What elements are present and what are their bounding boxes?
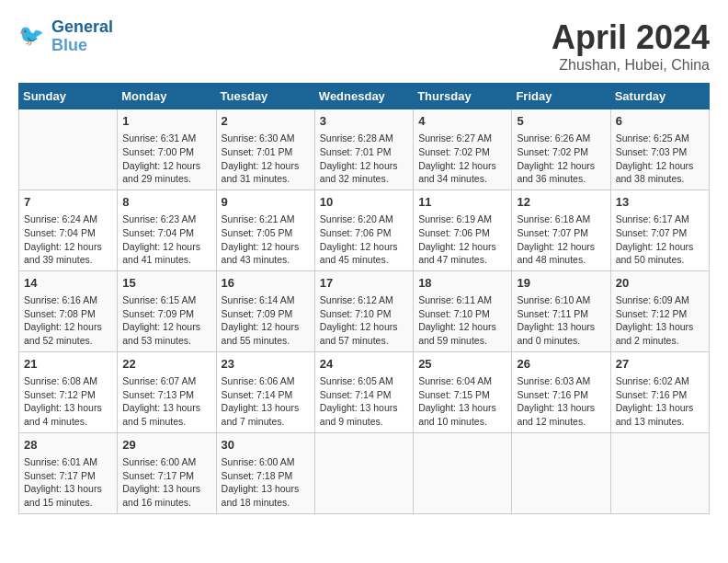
day-info: Sunrise: 6:30 AM Sunset: 7:01 PM Dayligh…: [222, 132, 310, 186]
calendar-day-cell: 7Sunrise: 6:24 AM Sunset: 7:04 PM Daylig…: [19, 190, 118, 270]
day-info: Sunrise: 6:03 AM Sunset: 7:16 PM Dayligh…: [517, 374, 605, 429]
day-number: 23: [222, 356, 310, 373]
calendar-day-cell: 27Sunrise: 6:02 AM Sunset: 7:16 PM Dayli…: [610, 351, 709, 432]
day-number: 1: [122, 113, 210, 130]
day-number: 7: [24, 194, 112, 211]
calendar-week-row: 1Sunrise: 6:31 AM Sunset: 7:00 PM Daylig…: [19, 109, 710, 190]
logo: 🐦 General Blue: [18, 18, 113, 55]
calendar-day-cell: 4Sunrise: 6:27 AM Sunset: 7:02 PM Daylig…: [414, 109, 512, 190]
calendar-day-cell: 9Sunrise: 6:21 AM Sunset: 7:05 PM Daylig…: [216, 190, 314, 270]
calendar-week-row: 28Sunrise: 6:01 AM Sunset: 7:17 PM Dayli…: [19, 432, 710, 513]
day-number: 19: [517, 275, 605, 292]
day-number: 22: [122, 356, 210, 373]
day-info: Sunrise: 6:27 AM Sunset: 7:02 PM Dayligh…: [418, 132, 506, 186]
svg-text:🐦: 🐦: [18, 23, 44, 48]
day-number: 15: [122, 275, 210, 292]
month-title: April 2024: [552, 18, 710, 57]
day-info: Sunrise: 6:00 AM Sunset: 7:17 PM Dayligh…: [122, 455, 210, 510]
calendar-day-cell: 13Sunrise: 6:17 AM Sunset: 7:07 PM Dayli…: [610, 190, 709, 270]
day-number: 25: [418, 356, 506, 373]
day-info: Sunrise: 6:21 AM Sunset: 7:05 PM Dayligh…: [222, 213, 310, 267]
calendar-day-cell: 3Sunrise: 6:28 AM Sunset: 7:01 PM Daylig…: [314, 109, 413, 190]
day-number: 3: [320, 113, 408, 130]
calendar-table: SundayMondayTuesdayWednesdayThursdayFrid…: [18, 83, 710, 514]
calendar-day-cell: 17Sunrise: 6:12 AM Sunset: 7:10 PM Dayli…: [314, 270, 413, 351]
calendar-day-cell: 8Sunrise: 6:23 AM Sunset: 7:04 PM Daylig…: [118, 190, 216, 270]
day-info: Sunrise: 6:31 AM Sunset: 7:00 PM Dayligh…: [122, 132, 210, 186]
weekday-header: Sunday: [19, 84, 118, 109]
day-number: 12: [517, 194, 605, 211]
calendar-week-row: 14Sunrise: 6:16 AM Sunset: 7:08 PM Dayli…: [19, 270, 710, 351]
calendar-day-cell: 24Sunrise: 6:05 AM Sunset: 7:14 PM Dayli…: [314, 351, 413, 432]
day-number: 4: [418, 113, 506, 130]
day-info: Sunrise: 6:00 AM Sunset: 7:18 PM Dayligh…: [222, 455, 310, 510]
day-number: 28: [24, 437, 112, 454]
weekday-header: Saturday: [610, 84, 709, 109]
day-info: Sunrise: 6:02 AM Sunset: 7:16 PM Dayligh…: [616, 374, 704, 429]
day-info: Sunrise: 6:23 AM Sunset: 7:04 PM Dayligh…: [122, 213, 210, 267]
calendar-day-cell: [512, 432, 610, 513]
day-info: Sunrise: 6:18 AM Sunset: 7:07 PM Dayligh…: [517, 213, 605, 267]
calendar-day-cell: 20Sunrise: 6:09 AM Sunset: 7:12 PM Dayli…: [610, 270, 709, 351]
weekday-header: Friday: [512, 84, 610, 109]
day-info: Sunrise: 6:07 AM Sunset: 7:13 PM Dayligh…: [122, 374, 210, 429]
calendar-week-row: 7Sunrise: 6:24 AM Sunset: 7:04 PM Daylig…: [19, 190, 710, 270]
day-info: Sunrise: 6:12 AM Sunset: 7:10 PM Dayligh…: [320, 293, 408, 348]
day-number: 27: [616, 356, 704, 373]
day-info: Sunrise: 6:08 AM Sunset: 7:12 PM Dayligh…: [24, 374, 112, 429]
day-info: Sunrise: 6:01 AM Sunset: 7:17 PM Dayligh…: [24, 455, 112, 510]
calendar-week-row: 21Sunrise: 6:08 AM Sunset: 7:12 PM Dayli…: [19, 351, 710, 432]
calendar-day-cell: 28Sunrise: 6:01 AM Sunset: 7:17 PM Dayli…: [19, 432, 118, 513]
day-info: Sunrise: 6:24 AM Sunset: 7:04 PM Dayligh…: [24, 213, 112, 267]
weekday-header: Wednesday: [314, 84, 413, 109]
day-number: 9: [222, 194, 310, 211]
day-info: Sunrise: 6:16 AM Sunset: 7:08 PM Dayligh…: [24, 293, 112, 348]
day-info: Sunrise: 6:04 AM Sunset: 7:15 PM Dayligh…: [418, 374, 506, 429]
calendar-day-cell: 26Sunrise: 6:03 AM Sunset: 7:16 PM Dayli…: [512, 351, 610, 432]
calendar-day-cell: 29Sunrise: 6:00 AM Sunset: 7:17 PM Dayli…: [118, 432, 216, 513]
title-area: April 2024 Zhushan, Hubei, China: [552, 18, 710, 74]
day-number: 13: [616, 194, 704, 211]
day-number: 18: [418, 275, 506, 292]
day-info: Sunrise: 6:28 AM Sunset: 7:01 PM Dayligh…: [320, 132, 408, 186]
day-number: 24: [320, 356, 408, 373]
day-info: Sunrise: 6:10 AM Sunset: 7:11 PM Dayligh…: [517, 293, 605, 348]
day-info: Sunrise: 6:15 AM Sunset: 7:09 PM Dayligh…: [122, 293, 210, 348]
logo-icon: 🐦: [18, 22, 48, 52]
day-info: Sunrise: 6:19 AM Sunset: 7:06 PM Dayligh…: [418, 213, 506, 267]
day-number: 6: [616, 113, 704, 130]
calendar-day-cell: 15Sunrise: 6:15 AM Sunset: 7:09 PM Dayli…: [118, 270, 216, 351]
calendar-day-cell: 22Sunrise: 6:07 AM Sunset: 7:13 PM Dayli…: [118, 351, 216, 432]
day-info: Sunrise: 6:20 AM Sunset: 7:06 PM Dayligh…: [320, 213, 408, 267]
calendar-day-cell: 21Sunrise: 6:08 AM Sunset: 7:12 PM Dayli…: [19, 351, 118, 432]
day-number: 30: [222, 437, 310, 454]
day-info: Sunrise: 6:14 AM Sunset: 7:09 PM Dayligh…: [222, 293, 310, 348]
day-number: 29: [122, 437, 210, 454]
day-number: 21: [24, 356, 112, 373]
calendar-day-cell: 18Sunrise: 6:11 AM Sunset: 7:10 PM Dayli…: [414, 270, 512, 351]
weekday-header: Thursday: [414, 84, 512, 109]
day-number: 20: [616, 275, 704, 292]
day-number: 14: [24, 275, 112, 292]
day-info: Sunrise: 6:09 AM Sunset: 7:12 PM Dayligh…: [616, 293, 704, 348]
day-info: Sunrise: 6:26 AM Sunset: 7:02 PM Dayligh…: [517, 132, 605, 186]
day-number: 2: [222, 113, 310, 130]
day-info: Sunrise: 6:11 AM Sunset: 7:10 PM Dayligh…: [418, 293, 506, 348]
calendar-day-cell: 19Sunrise: 6:10 AM Sunset: 7:11 PM Dayli…: [512, 270, 610, 351]
page-header: 🐦 General Blue April 2024 Zhushan, Hubei…: [18, 18, 710, 74]
calendar-day-cell: [610, 432, 709, 513]
calendar-day-cell: 11Sunrise: 6:19 AM Sunset: 7:06 PM Dayli…: [414, 190, 512, 270]
calendar-day-cell: 23Sunrise: 6:06 AM Sunset: 7:14 PM Dayli…: [216, 351, 314, 432]
calendar-day-cell: 30Sunrise: 6:00 AM Sunset: 7:18 PM Dayli…: [216, 432, 314, 513]
day-number: 8: [122, 194, 210, 211]
calendar-day-cell: [314, 432, 413, 513]
calendar-day-cell: [414, 432, 512, 513]
day-number: 17: [320, 275, 408, 292]
calendar-day-cell: 5Sunrise: 6:26 AM Sunset: 7:02 PM Daylig…: [512, 109, 610, 190]
calendar-day-cell: 12Sunrise: 6:18 AM Sunset: 7:07 PM Dayli…: [512, 190, 610, 270]
day-number: 26: [517, 356, 605, 373]
day-info: Sunrise: 6:25 AM Sunset: 7:03 PM Dayligh…: [616, 132, 704, 186]
calendar-day-cell: 6Sunrise: 6:25 AM Sunset: 7:03 PM Daylig…: [610, 109, 709, 190]
day-info: Sunrise: 6:17 AM Sunset: 7:07 PM Dayligh…: [616, 213, 704, 267]
calendar-day-cell: 16Sunrise: 6:14 AM Sunset: 7:09 PM Dayli…: [216, 270, 314, 351]
